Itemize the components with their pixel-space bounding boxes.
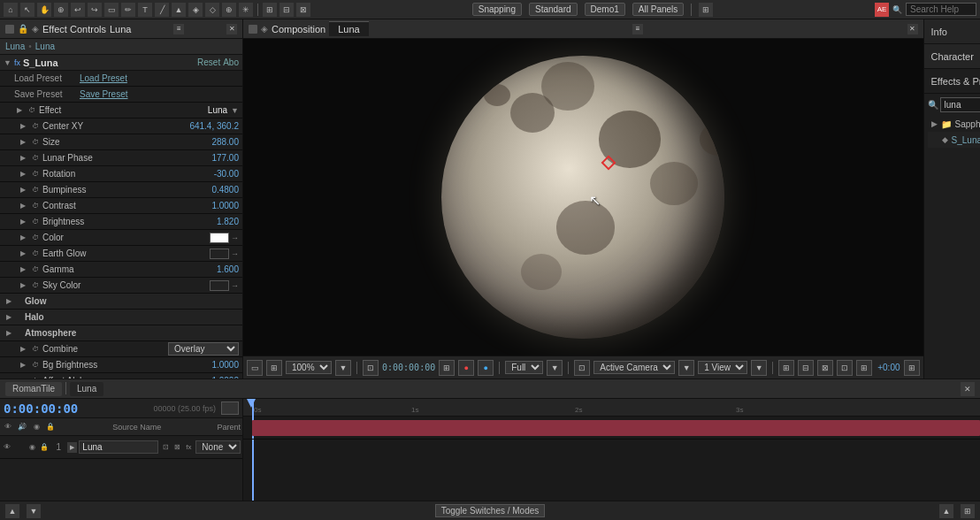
fx-reset-btn[interactable]: Reset xyxy=(197,57,220,67)
view-select[interactable]: 1 View xyxy=(698,361,747,374)
center-xy-expand[interactable]: ▶ xyxy=(18,121,28,132)
tab-info[interactable]: Info ≡ xyxy=(924,19,980,44)
comp-close-icon[interactable]: ✕ xyxy=(907,24,918,34)
playhead-line[interactable] xyxy=(252,399,254,501)
tl-layer-vis-icon[interactable]: 👁 xyxy=(2,442,12,453)
save-preset-btn[interactable]: Save Preset xyxy=(80,89,127,99)
halo-expand[interactable]: ▶ xyxy=(4,312,14,323)
effect-dropdown-icon[interactable]: ▼ xyxy=(231,106,239,115)
tl-vis-icon[interactable]: 👁 xyxy=(2,421,14,433)
bumpiness-stopwatch[interactable]: ⏱ xyxy=(30,185,41,195)
tl-lock-icon[interactable]: 🔒 xyxy=(44,421,57,433)
snap-toggle[interactable]: ⊠ xyxy=(296,3,310,17)
tl-close-icon[interactable]: ✕ xyxy=(961,382,975,396)
comp-tab-luna[interactable]: Luna xyxy=(329,21,368,36)
safe-zones-btn[interactable]: ⊟ xyxy=(798,360,814,376)
panel-menu-icon[interactable]: ≡ xyxy=(173,24,184,34)
glow-section-header[interactable]: ▶ Glow xyxy=(0,294,242,310)
lunar-phase-value[interactable]: 177.00 xyxy=(211,153,239,163)
effect-expand[interactable]: ▶ xyxy=(14,105,25,116)
tl-bottom-expand-icon[interactable]: ▲ xyxy=(5,504,19,518)
center-xy-stopwatch[interactable]: ⏱ xyxy=(30,121,41,132)
contrast-stopwatch[interactable]: ⏱ xyxy=(30,201,41,211)
shape-tool[interactable]: ╱ xyxy=(155,3,169,17)
panel-lock-icon[interactable]: 🔒 xyxy=(18,24,28,34)
lunar-phase-expand[interactable]: ▶ xyxy=(18,153,28,164)
gamma-stopwatch[interactable]: ⏱ xyxy=(30,264,41,275)
glow-expand[interactable]: ▶ xyxy=(4,296,14,307)
redo-icon[interactable]: ↪ xyxy=(88,3,102,17)
tl-play-btn[interactable]: ▶ xyxy=(67,442,77,453)
comp-color-btn[interactable]: ● xyxy=(458,360,474,376)
toggle-switches-modes-btn[interactable]: Toggle Switches / Modes xyxy=(435,504,546,517)
comp-alpha-btn[interactable]: ● xyxy=(478,360,494,376)
sky-color-stopwatch[interactable]: ⏱ xyxy=(30,280,41,291)
tl-bottom-icon-1[interactable]: ▲ xyxy=(939,504,953,518)
atmosphere-expand[interactable]: ▶ xyxy=(4,328,14,339)
sky-color-swatch[interactable] xyxy=(210,280,229,291)
size-value[interactable]: 288.00 xyxy=(211,137,239,147)
load-preset-btn[interactable]: Load Preset xyxy=(80,73,127,83)
s-luna-item[interactable]: ◆ S_Luna xyxy=(928,132,980,148)
brightness-stopwatch[interactable]: ⏱ xyxy=(30,217,41,227)
breadcrumb-comp[interactable]: Luna xyxy=(35,42,55,51)
combine-expand[interactable]: ▶ xyxy=(18,344,28,355)
comp-menu-icon[interactable]: ≡ xyxy=(632,24,643,34)
earth-glow-swatch[interactable] xyxy=(210,249,229,259)
snap-btn[interactable]: ⊡ xyxy=(837,360,853,376)
effects-search-input[interactable]: luna xyxy=(940,97,980,112)
tl-layer-name-input[interactable] xyxy=(79,440,158,454)
grid-overlay-btn[interactable]: ⊞ xyxy=(778,360,794,376)
tab-character[interactable]: Character ≡ xyxy=(924,44,980,69)
size-expand[interactable]: ▶ xyxy=(18,137,28,148)
earth-glow-arrow[interactable]: → xyxy=(231,249,239,258)
undo-icon[interactable]: ↩ xyxy=(71,3,85,17)
color-arrow[interactable]: → xyxy=(231,233,239,242)
tl-timecode-display[interactable]: 0:00:00:00 xyxy=(4,401,78,416)
bg-brightness-stopwatch[interactable]: ⏱ xyxy=(30,360,41,371)
puppet-tool[interactable]: ✳ xyxy=(239,3,253,17)
sapphire-render-folder[interactable]: ▶ 📁 Sapphire Render xyxy=(928,116,980,132)
effect-stopwatch[interactable]: ⏱ xyxy=(27,105,37,116)
fx-about-btn[interactable]: Abo xyxy=(223,57,239,67)
breadcrumb-layer[interactable]: Luna xyxy=(5,42,25,51)
align-tool[interactable]: ⊞ xyxy=(263,3,277,17)
all-panels-btn[interactable]: All Panels xyxy=(632,3,684,16)
hand-tool[interactable]: ✋ xyxy=(37,3,51,17)
zoom-tool[interactable]: ⊕ xyxy=(54,3,68,17)
comp-settings-btn[interactable]: ⊞ xyxy=(439,360,455,376)
earth-glow-expand[interactable]: ▶ xyxy=(18,249,28,259)
gamma-expand[interactable]: ▶ xyxy=(18,264,28,275)
fx-expand-icon[interactable]: ▼ xyxy=(4,58,11,67)
rotation-stopwatch[interactable]: ⏱ xyxy=(30,169,41,180)
quality-select[interactable]: Full xyxy=(505,361,543,374)
size-stopwatch[interactable]: ⏱ xyxy=(30,137,41,148)
tl-layer-lock-icon[interactable]: 🔒 xyxy=(39,442,50,453)
combine-dropdown[interactable]: Overlay xyxy=(168,342,239,356)
view-down-btn[interactable]: ▼ xyxy=(751,360,767,376)
tl-bottom-collapse-icon[interactable]: ▼ xyxy=(27,504,41,518)
bumpiness-value[interactable]: 0.4800 xyxy=(211,185,239,195)
sky-color-arrow[interactable]: → xyxy=(231,281,239,290)
tl-solo-icon[interactable]: ◉ xyxy=(30,421,42,433)
rotation-expand[interactable]: ▶ xyxy=(18,169,28,180)
brightness-value[interactable]: 1.820 xyxy=(217,217,239,226)
select-tool[interactable]: ▭ xyxy=(104,3,119,17)
atmosphere-section-header[interactable]: ▶ Atmosphere xyxy=(0,325,242,341)
tl-layer-collapse-icon[interactable]: ⊡ xyxy=(160,442,171,453)
effect-param-value[interactable]: Luna xyxy=(208,105,227,115)
eraser-tool[interactable]: ◇ xyxy=(205,3,219,17)
rulers-btn[interactable]: ⊠ xyxy=(817,360,833,376)
demo1-btn[interactable]: Demo1 xyxy=(585,3,625,16)
earth-glow-stopwatch[interactable]: ⏱ xyxy=(30,249,41,259)
contrast-expand[interactable]: ▶ xyxy=(18,201,28,211)
home-icon[interactable]: ⌂ xyxy=(4,3,18,17)
pen-tool[interactable]: ✏ xyxy=(121,3,135,17)
expand-icon[interactable]: ⊞ xyxy=(699,3,713,17)
tl-search-input[interactable] xyxy=(221,401,239,415)
region-tool-btn[interactable]: ⊡ xyxy=(574,360,590,376)
text-tool[interactable]: T xyxy=(138,3,152,17)
color-stopwatch[interactable]: ⏱ xyxy=(30,233,41,243)
zoom-down-btn[interactable]: ▼ xyxy=(335,360,351,376)
quality-down-btn[interactable]: ▼ xyxy=(547,360,563,376)
